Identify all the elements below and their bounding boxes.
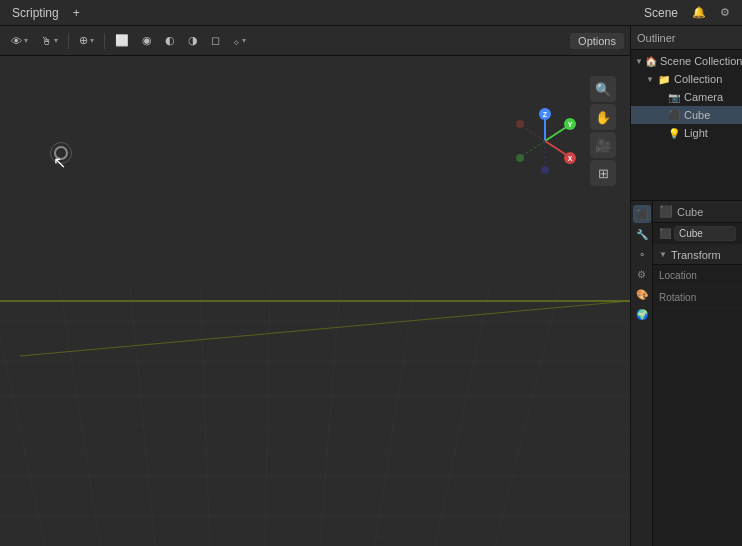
active-object-icon: ⬛ — [659, 205, 673, 218]
cube-icon: ⬛ — [667, 108, 681, 122]
scene-collection-arrow[interactable]: ▼ — [635, 56, 643, 66]
viewport-side-tools: 🔍 ✋ 🎥 ⊞ — [590, 76, 616, 186]
tree-item-camera[interactable]: ▶ 📷 Camera — [631, 88, 742, 106]
navigation-gizmo[interactable]: Z Y X — [510, 106, 580, 176]
properties-panel: ⬛ 🔧 ⚬ ⚙ 🎨 🌍 ⬛ Cube ⬛ Cube — [631, 201, 742, 546]
shading-rendered-btn[interactable]: ◑ — [183, 32, 203, 49]
camera-icon: 📷 — [667, 90, 681, 104]
zoom-tool-btn[interactable]: 🔍 — [590, 76, 616, 102]
svg-text:X: X — [568, 155, 573, 162]
svg-line-13 — [265, 286, 270, 546]
svg-line-27 — [545, 141, 568, 156]
tree-item-collection[interactable]: ▼ 📁 Collection — [631, 70, 742, 88]
props-object-header: ⬛ Cube — [653, 201, 742, 223]
outliner-tree: ▼ 🏠 Scene Collection ▼ 📁 Collection ▶ 📷 — [631, 50, 742, 144]
outliner-title: Outliner — [637, 32, 676, 44]
transform-arrow: ▼ — [659, 250, 667, 259]
prop-object-btn[interactable]: ⬛ — [633, 205, 651, 223]
svg-line-12 — [200, 286, 210, 546]
tree-item-scene-collection[interactable]: ▼ 🏠 Scene Collection — [631, 52, 742, 70]
prop-world-btn[interactable]: 🌍 — [633, 305, 651, 323]
cube-label: Cube — [684, 109, 710, 121]
svg-line-10 — [60, 286, 100, 546]
toolbar-sep-1 — [68, 33, 69, 49]
svg-point-35 — [541, 166, 549, 174]
outliner-header: Outliner — [631, 26, 742, 50]
scene-collection-label: Scene Collection — [660, 55, 742, 67]
light-icon: 💡 — [667, 126, 681, 140]
properties-sidebar: ⬛ 🔧 ⚬ ⚙ 🎨 🌍 — [631, 201, 653, 546]
rotation-row: Rotation — [653, 287, 742, 309]
prop-particles-btn[interactable]: ⚬ — [633, 245, 651, 263]
transform-section-header[interactable]: ▼ Transform — [653, 245, 742, 265]
right-panel: Outliner ▼ 🏠 Scene Collection ▼ 📁 Collec… — [630, 26, 742, 546]
viewport-extra-btn[interactable]: ⬦▾ — [228, 33, 251, 49]
light-label: Light — [684, 127, 708, 139]
shading-material-btn[interactable]: ◐ — [160, 32, 180, 49]
tree-item-light[interactable]: ▶ 💡 Light — [631, 124, 742, 142]
prop-modifier-btn[interactable]: 🔧 — [633, 225, 651, 243]
viewport-shading-btn[interactable]: 🖱▾ — [36, 33, 63, 49]
shading-solid-btn[interactable]: ◉ — [137, 32, 157, 49]
transform-label: Transform — [671, 249, 721, 261]
grid-view-btn[interactable]: ⊞ — [590, 160, 616, 186]
tree-item-cube[interactable]: ▶ ⬛ Cube — [631, 106, 742, 124]
svg-line-14 — [320, 286, 340, 546]
camera-view-btn[interactable]: 🎥 — [590, 132, 616, 158]
shading-eevee-btn[interactable]: ◻ — [206, 32, 225, 49]
prop-physics-btn[interactable]: ⚙ — [633, 265, 651, 283]
prop-scene-btn[interactable]: 🎨 — [633, 285, 651, 303]
options-button[interactable]: Options — [570, 33, 624, 49]
svg-line-24 — [545, 126, 568, 141]
light-indicator — [54, 146, 68, 160]
props-data-row: ⬛ Cube — [653, 223, 742, 245]
overlay-btn[interactable]: ⬜ — [110, 32, 134, 49]
settings-btn[interactable]: ⚙ — [714, 3, 736, 23]
collection-arrow[interactable]: ▼ — [645, 74, 655, 84]
scene-collection-icon: 🏠 — [645, 54, 657, 68]
camera-label: Camera — [684, 91, 723, 103]
svg-line-11 — [130, 286, 155, 546]
menu-bar: Scripting + — [6, 4, 86, 22]
svg-text:Z: Z — [543, 111, 548, 118]
rotation-label: Rotation — [659, 292, 709, 303]
svg-line-15 — [375, 286, 415, 546]
select-mode-btn[interactable]: 👁▾ — [6, 33, 33, 49]
floor-grid — [0, 286, 630, 546]
main-content: 👁▾ 🖱▾ ⊕▾ ⬜ ◉ ◐ ◑ ◻ ⬦▾ Options — [0, 26, 742, 546]
svg-line-20 — [20, 301, 630, 356]
viewport-toolbar: 👁▾ 🖱▾ ⊕▾ ⬜ ◉ ◐ ◑ ◻ ⬦▾ Options — [0, 26, 630, 56]
svg-point-31 — [516, 154, 524, 162]
svg-line-30 — [522, 141, 545, 156]
collection-label: Collection — [674, 73, 722, 85]
menu-add-workspace[interactable]: + — [67, 4, 86, 22]
location-row: Location — [653, 265, 742, 287]
pivot-point-btn[interactable]: ⊕▾ — [74, 32, 99, 49]
pan-tool-btn[interactable]: ✋ — [590, 104, 616, 130]
svg-line-32 — [522, 126, 545, 141]
svg-line-16 — [435, 286, 490, 546]
svg-text:Y: Y — [568, 121, 573, 128]
svg-line-17 — [495, 286, 560, 546]
properties-content: ⬛ Cube ⬛ Cube ▼ Transform Location Rota — [653, 201, 742, 546]
active-object-name: Cube — [677, 206, 703, 218]
data-icon: ⬛ — [659, 228, 671, 239]
location-label: Location — [659, 270, 709, 281]
top-bar: Scripting + Scene 🔔 ⚙ — [0, 0, 742, 26]
collection-icon: 📁 — [657, 72, 671, 86]
viewport[interactable]: 👁▾ 🖱▾ ⊕▾ ⬜ ◉ ◐ ◑ ◻ ⬦▾ Options — [0, 26, 630, 546]
topbar-right: Scene 🔔 ⚙ — [638, 3, 736, 23]
svg-line-18 — [0, 336, 45, 546]
toolbar-sep-2 — [104, 33, 105, 49]
outliner: Outliner ▼ 🏠 Scene Collection ▼ 📁 Collec… — [631, 26, 742, 201]
grid-background — [0, 26, 630, 546]
scene-label: Scene — [638, 4, 684, 22]
menu-scripting[interactable]: Scripting — [6, 4, 65, 22]
notification-btn[interactable]: 🔔 — [688, 3, 710, 23]
data-name-field[interactable]: Cube — [674, 226, 736, 241]
svg-point-33 — [516, 120, 524, 128]
